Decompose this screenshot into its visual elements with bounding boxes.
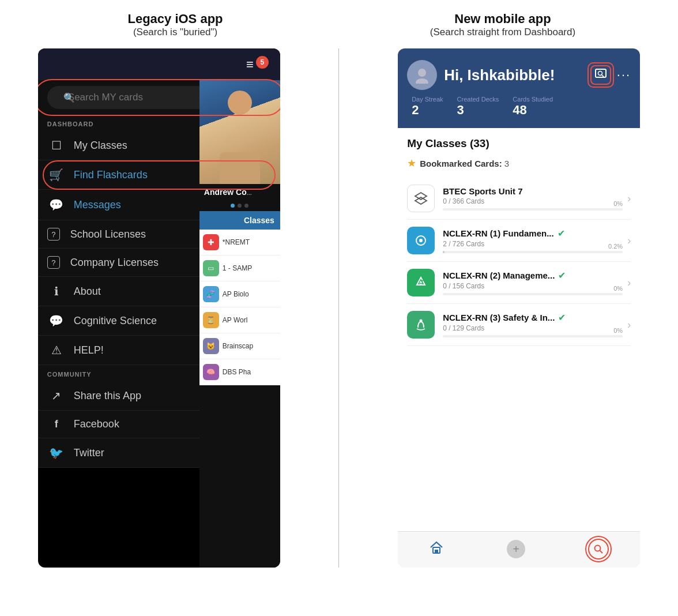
facebook-icon: f <box>47 418 66 430</box>
overlay-list-item: 🧠 DBS Pha <box>199 359 280 385</box>
apbio-label: AP Biolo <box>223 290 249 298</box>
svg-line-4 <box>602 75 604 77</box>
notification-badge: 5 <box>256 56 269 69</box>
left-title: Legacy iOS app <box>28 12 322 27</box>
bookmarked-label: Bookmarked Cards: <box>420 159 502 168</box>
btec-name-row: BTEC Sports Unit 7 <box>443 186 623 196</box>
right-panel-overlay: Andrew Co... Classes ✚ *NREMT <box>199 80 280 568</box>
nclex3-name-row: NCLEX-RN (3) Safety & In... ✔ <box>443 312 623 323</box>
overlay-person-name: Andrew Co... <box>199 184 280 200</box>
nremt-icon: ✚ <box>203 234 219 250</box>
more-options-icon[interactable]: ··· <box>617 67 631 82</box>
brainsca-icon: 😺 <box>203 338 219 354</box>
svg-marker-6 <box>415 197 427 204</box>
nclex1-info: NCLEX-RN (1) Fundamen... ✔ 2 / 726 Cards… <box>443 228 623 253</box>
overlay-list-item: 🧬 AP Biolo <box>199 281 280 307</box>
btec-meta: 0 / 366 Cards <box>443 197 623 205</box>
nclex1-progress-pct: 0.2% <box>608 243 623 250</box>
nclex3-meta: 0 / 129 Cards <box>443 324 623 332</box>
nclex3-name: NCLEX-RN (3) Safety & In... <box>443 313 555 322</box>
search-header-btn-wrapper <box>590 65 611 85</box>
titles-row: Legacy iOS app (Search is "buried") New … <box>12 12 666 38</box>
stats-row: Day Streak 2 Created Decks 3 Cards Studi… <box>407 96 631 118</box>
nclex3-check: ✔ <box>558 312 566 323</box>
overlay-list: ✚ *NREMT ▭ 1 - SAMP 🧬 AP B <box>199 230 280 385</box>
my-classes-icon: ☐ <box>47 138 66 152</box>
nclex1-check: ✔ <box>558 228 565 239</box>
screens-row: ≡ 5 🔍 DASHBOARD ☐ My Classes <box>12 48 666 568</box>
nclex2-info: NCLEX-RN (2) Manageme... ✔ 0 / 156 Cards… <box>443 270 623 295</box>
cards-studied-label: Cards Studied <box>513 96 553 103</box>
stethoscope-icon <box>413 233 428 248</box>
svg-rect-2 <box>596 69 606 77</box>
about-icon: ℹ <box>47 284 66 298</box>
nclex2-check: ✔ <box>558 270 566 281</box>
svg-marker-5 <box>415 193 427 200</box>
right-title: New mobile app <box>355 12 650 27</box>
search-nav-icon <box>588 539 609 559</box>
left-subtitle: (Search is "buried") <box>28 27 322 38</box>
samp-icon: ▭ <box>203 260 219 276</box>
overlay-classes-label: Classes <box>199 211 280 230</box>
stat-cards-studied: Cards Studied 48 <box>513 96 553 118</box>
btec-progress: 0% <box>443 208 623 211</box>
search-svg <box>593 544 604 554</box>
btec-icon <box>407 185 435 212</box>
svg-point-14 <box>594 546 600 551</box>
new-header: Hi, Ishkabibble! <box>398 48 640 128</box>
cards-studied-value: 48 <box>513 103 553 118</box>
company-licenses-icon: ? <box>47 256 60 269</box>
find-flashcards-icon: 🛒 <box>47 168 66 182</box>
left-title-block: Legacy iOS app (Search is "buried") <box>28 12 322 38</box>
nclex3-info: NCLEX-RN (3) Safety & In... ✔ 0 / 129 Ca… <box>443 312 623 337</box>
nclex1-name: NCLEX-RN (1) Fundamen... <box>443 228 554 238</box>
classes-heading: My Classes (33) <box>407 137 631 150</box>
svg-point-3 <box>598 72 602 76</box>
nclex3-progress: 0% <box>443 335 623 337</box>
search-header-button[interactable] <box>590 65 611 85</box>
class-item-nclex1[interactable]: NCLEX-RN (1) Fundamen... ✔ 2 / 726 Cards… <box>407 220 631 262</box>
class-item-btec[interactable]: BTEC Sports Unit 7 0 / 366 Cards 0% › <box>407 178 631 220</box>
nremt-label: *NREMT <box>223 238 250 246</box>
apworld-label: AP Worl <box>223 316 248 324</box>
nclex2-progress: 0% <box>443 293 623 295</box>
class-item-nclex3[interactable]: NCLEX-RN (3) Safety & In... ✔ 0 / 129 Ca… <box>407 304 631 346</box>
home-icon <box>429 540 444 558</box>
add-icon: + <box>507 540 525 558</box>
nclex3-icon <box>407 311 435 339</box>
nav-add-button[interactable]: + <box>507 540 525 558</box>
class-item-nclex2[interactable]: ↺ NCLEX-RN (2) Manageme... ✔ 0 / 156 Car… <box>407 262 631 304</box>
header-top: Hi, Ishkabibble! <box>407 60 631 90</box>
nclex2-progress-pct: 0% <box>613 285 623 292</box>
dbspha-label: DBS Pha <box>223 368 251 376</box>
overlay-photo <box>199 80 280 184</box>
btec-name: BTEC Sports Unit 7 <box>443 186 522 196</box>
nclex1-progress-fill <box>443 251 445 253</box>
nclex1-progress: 0.2% <box>443 251 623 253</box>
help-icon: ⚠ <box>47 343 66 357</box>
star-icon: ★ <box>407 157 416 170</box>
apworld-icon: ⏳ <box>203 312 219 328</box>
nclex1-meta: 2 / 726 Cards <box>443 240 623 248</box>
home-svg <box>429 540 444 555</box>
svg-point-1 <box>416 78 428 84</box>
card-search-icon <box>595 69 607 79</box>
nav-search-button[interactable] <box>588 539 609 559</box>
btec-info: BTEC Sports Unit 7 0 / 366 Cards 0% <box>443 186 623 211</box>
nav-home-button[interactable] <box>429 540 444 558</box>
layers-icon <box>413 191 428 206</box>
bookmarked-row: ★ Bookmarked Cards: 3 <box>407 157 631 170</box>
right-title-block: New mobile app (Search straight from Das… <box>355 12 650 38</box>
brainsca-label: Brainscap <box>223 342 253 350</box>
recycle-icon: ↺ <box>413 275 428 290</box>
svg-point-8 <box>419 239 423 242</box>
btec-progress-pct: 0% <box>613 200 623 207</box>
nclex3-chevron: › <box>627 319 631 331</box>
page-container: Legacy iOS app (Search is "buried") New … <box>12 12 666 568</box>
nclex1-name-row: NCLEX-RN (1) Fundamen... ✔ <box>443 228 623 239</box>
nclex2-name-row: NCLEX-RN (2) Manageme... ✔ <box>443 270 623 281</box>
avatar <box>407 60 437 90</box>
search-icon-left: 🔍 <box>63 92 75 103</box>
bookmarked-count: 3 <box>504 159 509 168</box>
overlay-list-item: ✚ *NREMT <box>199 230 280 256</box>
